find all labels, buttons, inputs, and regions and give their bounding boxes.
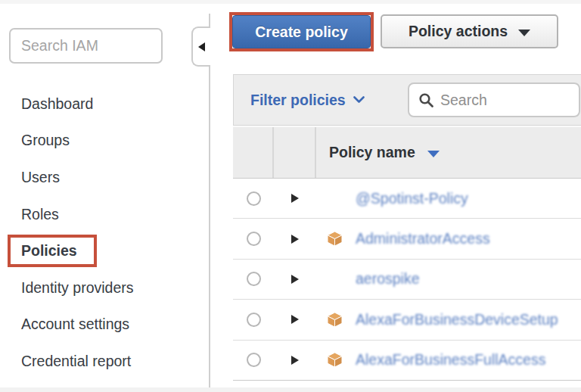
sidebar-divider xyxy=(209,14,210,387)
policy-search-input[interactable] xyxy=(440,92,554,109)
expand-caret-icon[interactable] xyxy=(291,275,299,284)
sidebar-item-label: Credential report xyxy=(21,353,131,370)
radio-button[interactable] xyxy=(247,313,261,327)
header-cell-expand xyxy=(274,127,316,178)
radio-button[interactable] xyxy=(247,191,261,206)
table-row: aerospike xyxy=(233,260,581,300)
top-edge-strip xyxy=(0,0,581,4)
sidebar-item-groups[interactable]: Groups xyxy=(21,123,134,160)
collapse-left-caret-icon xyxy=(198,42,205,51)
expand-caret-icon[interactable] xyxy=(291,194,299,203)
sidebar-item-roles[interactable]: Roles xyxy=(21,196,134,233)
policy-name-link[interactable]: AdministratorAccess xyxy=(356,230,490,247)
filter-bar: Filter policies xyxy=(233,74,581,126)
sidebar-item-label: Account settings xyxy=(21,316,129,333)
aws-managed-policy-cube-icon xyxy=(327,312,356,328)
sidebar-item-policies[interactable]: Policies xyxy=(21,232,134,269)
search-icon xyxy=(418,92,434,108)
policy-name-link[interactable]: AlexaForBusinessFullAccess xyxy=(356,351,545,369)
filter-policies-label: Filter policies xyxy=(250,92,346,109)
expand-caret-icon[interactable] xyxy=(291,356,299,365)
annotation-highlight-box xyxy=(229,12,374,51)
header-cell-policy-name[interactable]: Policy name xyxy=(316,127,581,178)
iam-search-input[interactable] xyxy=(9,28,163,64)
policy-table: @Spotinst-Policy AdministratorAccess xyxy=(233,179,581,381)
sidebar-item-users[interactable]: Users xyxy=(21,159,134,196)
aws-managed-policy-cube-icon xyxy=(327,352,356,368)
policy-actions-label: Policy actions xyxy=(409,23,508,40)
bottom-edge-strip xyxy=(0,387,581,392)
sidebar-item-label: Groups xyxy=(21,132,70,149)
policy-name-link[interactable]: aerospike xyxy=(356,270,420,288)
sidebar-item-label: Roles xyxy=(21,206,59,223)
sidebar-item-label: Policies xyxy=(21,242,77,260)
expand-caret-icon[interactable] xyxy=(291,235,299,244)
radio-button[interactable] xyxy=(247,353,261,367)
policy-name-header-label: Policy name xyxy=(329,144,415,161)
sidebar-item-credential-report[interactable]: Credential report xyxy=(21,343,134,380)
iam-policies-page: Dashboard Groups Users Roles Policies Id… xyxy=(0,0,581,392)
header-cell-select xyxy=(233,127,274,178)
sidebar-nav: Dashboard Groups Users Roles Policies Id… xyxy=(21,86,134,380)
sidebar-item-account-settings[interactable]: Account settings xyxy=(21,306,134,344)
policy-name-link[interactable]: AlexaForBusinessDeviceSetup xyxy=(356,311,558,328)
sidebar-collapse-button[interactable] xyxy=(191,26,210,67)
chevron-down-icon xyxy=(353,96,365,104)
sidebar-item-label: Dashboard xyxy=(21,95,93,113)
sidebar-item-dashboard[interactable]: Dashboard xyxy=(21,86,134,123)
table-row: @Spotinst-Policy xyxy=(233,179,581,219)
table-row: AlexaForBusinessDeviceSetup xyxy=(233,300,581,340)
radio-button[interactable] xyxy=(247,272,261,286)
sidebar-item-identity-providers[interactable]: Identity providers xyxy=(21,269,134,306)
table-row: AdministratorAccess xyxy=(233,219,581,259)
policy-actions-button[interactable]: Policy actions xyxy=(381,14,558,48)
expand-caret-icon[interactable] xyxy=(291,315,299,324)
sort-desc-icon xyxy=(427,151,440,157)
sidebar-item-label: Identity providers xyxy=(21,279,134,297)
policy-name-link[interactable]: @Spotinst-Policy xyxy=(356,190,468,207)
radio-button[interactable] xyxy=(247,232,261,246)
aws-managed-policy-cube-icon xyxy=(327,231,356,247)
chevron-down-icon xyxy=(518,30,530,36)
table-header: Policy name xyxy=(233,126,581,179)
policy-search-box xyxy=(408,82,580,117)
annotation-highlight-box: Policies xyxy=(8,235,97,267)
filter-policies-dropdown[interactable]: Filter policies xyxy=(250,92,365,109)
table-row: AlexaForBusinessFullAccess xyxy=(233,341,581,381)
sidebar-item-label: Users xyxy=(21,169,60,186)
